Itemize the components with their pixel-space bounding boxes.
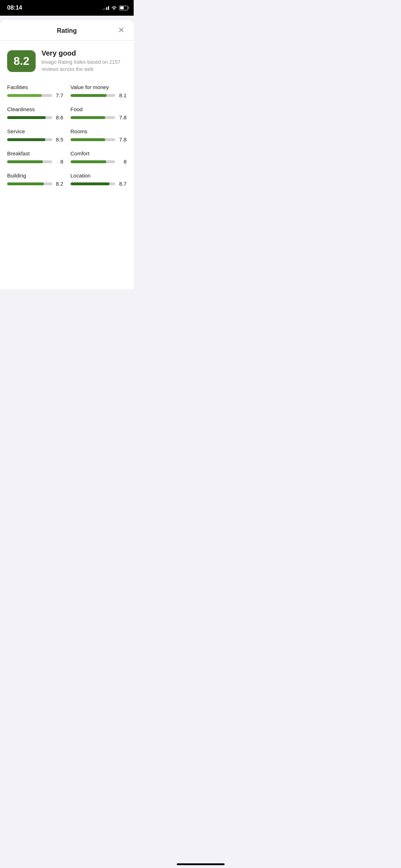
rating-bar-track-food <box>71 116 115 119</box>
status-time: 08:14 <box>7 4 22 11</box>
overall-subtitle: trivago Rating Index based on 2157 revie… <box>41 59 127 73</box>
rating-bar-track-service <box>7 138 52 141</box>
rating-bar-fill-rooms <box>71 138 106 141</box>
rating-bar-value-rooms: 7.8 <box>118 136 127 143</box>
rating-bar-row-cleanliness: 8.6 <box>7 114 63 120</box>
rating-item-building: Building 8.2 <box>7 172 63 187</box>
rating-bar-value-cleanliness: 8.6 <box>55 114 63 120</box>
rating-bar-row-location: 8.7 <box>71 181 127 187</box>
rating-bar-value-service: 8.5 <box>55 136 63 143</box>
rating-item-facilities: Facilities 7.7 <box>7 84 63 98</box>
rating-bar-fill-breakfast <box>7 160 43 163</box>
close-button[interactable]: ✕ <box>116 25 127 36</box>
rating-item-comfort: Comfort 8 <box>71 150 127 165</box>
rating-label-rooms: Rooms <box>71 128 127 134</box>
modal-content: 8.2 Very good trivago Rating Index based… <box>0 41 134 202</box>
rating-item-cleanliness: Cleanliness 8.6 <box>7 106 63 120</box>
rating-bar-fill-facilities <box>7 94 42 97</box>
status-bar: 08:14 <box>0 0 134 16</box>
battery-icon <box>119 6 128 10</box>
rating-label-comfort: Comfort <box>71 150 127 156</box>
rating-item-rooms: Rooms 7.8 <box>71 128 127 143</box>
rating-bar-value-food: 7.8 <box>118 114 127 120</box>
rating-item-food: Food 7.8 <box>71 106 127 120</box>
modal-sheet: Rating ✕ 8.2 Very good trivago Rating In… <box>0 20 134 289</box>
rating-bar-row-comfort: 8 <box>71 159 127 165</box>
rating-bar-track-value-for-money <box>71 94 115 97</box>
rating-bar-row-building: 8.2 <box>7 181 63 187</box>
status-icons <box>103 6 128 10</box>
rating-label-food: Food <box>71 106 127 112</box>
signal-bars-icon <box>103 6 109 10</box>
sheet-handle-area <box>0 16 134 20</box>
rating-label-cleanliness: Cleanliness <box>7 106 63 112</box>
ratings-grid: Facilities 7.7 Value for money 8.1 Clean… <box>7 84 127 195</box>
rating-label-location: Location <box>71 172 127 179</box>
rating-bar-track-breakfast <box>7 160 52 163</box>
rating-item-location: Location 8.7 <box>71 172 127 187</box>
rating-bar-fill-location <box>71 182 109 185</box>
rating-bar-value-breakfast: 8 <box>55 159 63 165</box>
rating-label-breakfast: Breakfast <box>7 150 63 156</box>
modal-title: Rating <box>57 27 77 35</box>
wifi-icon <box>111 6 117 10</box>
rating-bar-row-rooms: 7.8 <box>71 136 127 143</box>
overall-score-badge: 8.2 <box>7 50 36 72</box>
rating-bar-row-facilities: 7.7 <box>7 92 63 98</box>
overall-text-block: Very good trivago Rating Index based on … <box>41 49 127 73</box>
rating-bar-value-building: 8.2 <box>55 181 63 187</box>
rating-bar-value-comfort: 8 <box>118 159 127 165</box>
modal-header: Rating ✕ <box>0 20 134 41</box>
rating-bar-track-building <box>7 182 52 185</box>
rating-bar-value-value-for-money: 8.1 <box>118 92 127 98</box>
rating-item-service: Service 8.5 <box>7 128 63 143</box>
rating-label-facilities: Facilities <box>7 84 63 90</box>
overall-rating: 8.2 Very good trivago Rating Index based… <box>7 49 127 73</box>
rating-bar-value-location: 8.7 <box>118 181 127 187</box>
rating-bar-track-cleanliness <box>7 116 52 119</box>
rating-bar-fill-building <box>7 182 44 185</box>
rating-bar-row-food: 7.8 <box>71 114 127 120</box>
rating-bar-fill-comfort <box>71 160 106 163</box>
rating-bar-track-rooms <box>71 138 115 141</box>
rating-bar-track-facilities <box>7 94 52 97</box>
overall-label: Very good <box>41 49 127 57</box>
overall-score-value: 8.2 <box>14 55 29 67</box>
rating-bar-row-value-for-money: 8.1 <box>71 92 127 98</box>
rating-item-breakfast: Breakfast 8 <box>7 150 63 165</box>
rating-bar-track-comfort <box>71 160 115 163</box>
rating-bar-fill-value-for-money <box>71 94 107 97</box>
rating-bar-row-breakfast: 8 <box>7 159 63 165</box>
rating-bar-track-location <box>71 182 115 185</box>
rating-label-service: Service <box>7 128 63 134</box>
rating-bar-fill-service <box>7 138 45 141</box>
rating-item-value-for-money: Value for money 8.1 <box>71 84 127 98</box>
rating-bar-value-facilities: 7.7 <box>55 92 63 98</box>
rating-bar-fill-cleanliness <box>7 116 46 119</box>
rating-bar-fill-food <box>71 116 106 119</box>
rating-label-building: Building <box>7 172 63 179</box>
rating-bar-row-service: 8.5 <box>7 136 63 143</box>
rating-label-value-for-money: Value for money <box>71 84 127 90</box>
